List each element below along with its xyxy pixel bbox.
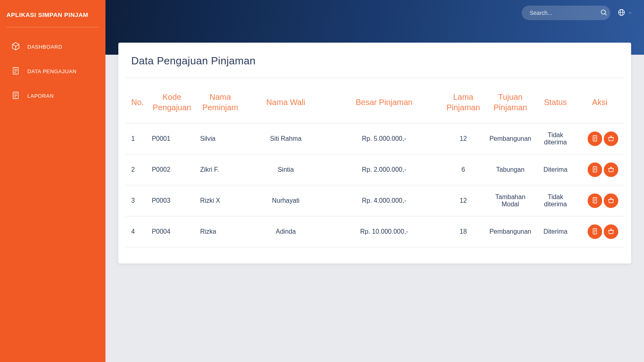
- basket-icon: [607, 197, 615, 205]
- cell-nama-peminjam: Rizki X: [196, 185, 244, 216]
- search-button[interactable]: [600, 9, 607, 17]
- th-nama-peminjam: Nama Peminjam: [196, 87, 244, 123]
- cell-lama: 6: [441, 154, 485, 185]
- cell-no: 4: [126, 216, 148, 247]
- pengajuan-table: No. Kode Pengajuan Nama Peminjam Nama Wa…: [126, 87, 624, 247]
- top-actions: [617, 6, 632, 20]
- basket-icon: [607, 228, 615, 236]
- sidebar-item-data-pengajuan[interactable]: DATA PENGAJUAN: [0, 59, 105, 84]
- chevron-down-icon: [628, 10, 632, 16]
- th-kode: Kode Pengajuan: [148, 87, 196, 123]
- th-status: Status: [535, 87, 576, 123]
- cell-lama: 12: [441, 185, 485, 216]
- cube-icon: [11, 42, 20, 52]
- document-list-icon: [11, 91, 20, 101]
- view-button[interactable]: [588, 162, 602, 177]
- search-wrap: [522, 6, 610, 20]
- cell-nama-peminjam: Rizka: [196, 216, 244, 247]
- cell-aksi: [576, 185, 624, 216]
- cell-tujuan: Tambahan Modal: [485, 185, 535, 216]
- th-nama-wali: Nama Wali: [244, 87, 327, 123]
- cell-tujuan: Tabungan: [485, 154, 535, 185]
- cell-nama-wali: Sintia: [244, 154, 327, 185]
- cell-besar: Rp. 10.000.000,-: [327, 216, 441, 247]
- app-title: APLIKASI SIMPAN PINJAM: [0, 8, 105, 27]
- page-title: Data Pengajuan Pinjaman: [126, 55, 624, 78]
- th-no: No.: [126, 87, 148, 123]
- cell-nama-peminjam: Silvia: [196, 123, 244, 154]
- sidebar-item-label: DATA PENGAJUAN: [27, 68, 76, 74]
- view-button[interactable]: [588, 224, 602, 239]
- th-aksi: Aksi: [576, 87, 624, 123]
- sidebar-item-label: DASHBOARD: [27, 44, 62, 50]
- cell-no: 3: [126, 185, 148, 216]
- cell-status: Tidak diterima: [535, 123, 576, 154]
- delete-button[interactable]: [604, 132, 618, 146]
- svg-point-8: [601, 10, 606, 14]
- table-header-row: No. Kode Pengajuan Nama Peminjam Nama Wa…: [126, 87, 624, 123]
- cell-status: Diterima: [535, 154, 576, 185]
- table-row: 4P0004RizkaAdindaRp. 10.000.000,-18Pemba…: [126, 216, 624, 247]
- document-icon: [591, 166, 599, 174]
- cell-besar: Rp. 5.000.000,-: [327, 123, 441, 154]
- sidebar-item-laporan[interactable]: LAPORAN: [0, 84, 105, 108]
- cell-no: 1: [126, 123, 148, 154]
- language-button[interactable]: [617, 8, 632, 18]
- cell-besar: Rp. 4.000.000,-: [327, 185, 441, 216]
- cell-status: Diterima: [535, 216, 576, 247]
- sidebar: APLIKASI SIMPAN PINJAM DASHBOARD DATA PE…: [0, 0, 105, 362]
- cell-lama: 18: [441, 216, 485, 247]
- cell-nama-peminjam: Zikri F.: [196, 154, 244, 185]
- cell-status: Tidak diterima: [535, 185, 576, 216]
- cell-nama-wali: Siti Rahma: [244, 123, 327, 154]
- delete-button[interactable]: [604, 162, 618, 177]
- delete-button[interactable]: [604, 193, 618, 208]
- sidebar-item-label: LAPORAN: [27, 93, 54, 99]
- search-icon: [600, 9, 607, 17]
- th-tujuan: Tujuan Pinjaman: [485, 87, 535, 123]
- cell-nama-wali: Adinda: [244, 216, 327, 247]
- cell-no: 2: [126, 154, 148, 185]
- cell-aksi: [576, 154, 624, 185]
- cell-tujuan: Pembangunan: [485, 123, 535, 154]
- cell-besar: Rp. 2.000.000,-: [327, 154, 441, 185]
- view-button[interactable]: [588, 193, 602, 208]
- content-area: Data Pengajuan Pinjaman No. Kode Pengaju…: [105, 43, 644, 362]
- search-input[interactable]: [530, 10, 600, 16]
- document-icon: [591, 228, 599, 236]
- basket-icon: [607, 166, 615, 174]
- card-data-pengajuan: Data Pengajuan Pinjaman No. Kode Pengaju…: [118, 43, 631, 263]
- th-lama: Lama Pinjaman: [441, 87, 485, 123]
- svg-line-9: [605, 13, 607, 15]
- cell-kode: P0004: [148, 216, 196, 247]
- cell-lama: 12: [441, 123, 485, 154]
- cell-aksi: [576, 123, 624, 154]
- main: Data Pengajuan Pinjaman No. Kode Pengaju…: [105, 0, 644, 362]
- sidebar-item-dashboard[interactable]: DASHBOARD: [0, 35, 105, 59]
- table-row: 2P0002Zikri F.SintiaRp. 2.000.000,-6Tabu…: [126, 154, 624, 185]
- view-button[interactable]: [588, 132, 602, 146]
- table-row: 1P0001SilviaSiti RahmaRp. 5.000.000,-12P…: [126, 123, 624, 154]
- sidebar-divider: [6, 27, 99, 27]
- th-besar: Besar Pinjaman: [327, 87, 441, 123]
- cell-aksi: [576, 216, 624, 247]
- globe-icon: [617, 8, 625, 18]
- cell-nama-wali: Nurhayati: [244, 185, 327, 216]
- table-row: 3P0003Rizki XNurhayatiRp. 4.000.000,-12T…: [126, 185, 624, 216]
- cell-tujuan: Pembangunan: [485, 216, 535, 247]
- cell-kode: P0001: [148, 123, 196, 154]
- document-list-icon: [11, 66, 20, 76]
- document-icon: [591, 197, 599, 205]
- document-icon: [591, 135, 599, 143]
- cell-kode: P0002: [148, 154, 196, 185]
- basket-icon: [607, 135, 615, 143]
- delete-button[interactable]: [604, 224, 618, 239]
- cell-kode: P0003: [148, 185, 196, 216]
